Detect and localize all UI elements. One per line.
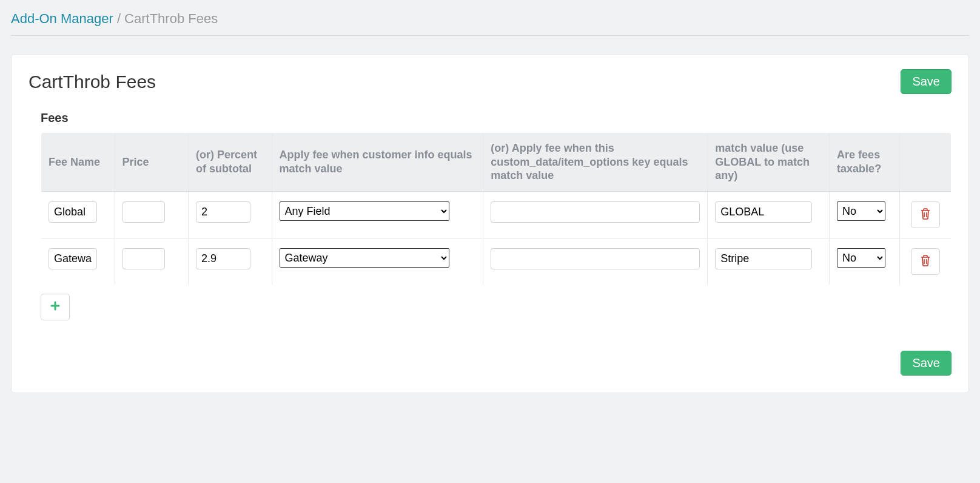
taxable-select[interactable]: No [837,201,885,221]
col-header-percent: (or) Percent of subtotal [189,133,272,192]
table-row: Gateway No [41,238,951,285]
col-header-apply: Apply fee when customer info equals matc… [272,133,483,192]
apply-field-select[interactable]: Any Field [280,201,449,221]
taxable-select[interactable]: No [837,248,885,268]
settings-panel: CartThrob Fees Save Fees Fee Name Price … [11,54,969,393]
col-header-price: Price [115,133,189,192]
col-header-delete [900,133,951,192]
breadcrumb-parent-link[interactable]: Add-On Manager [11,11,113,26]
delete-row-button[interactable] [911,201,940,228]
table-row: Any Field No [41,191,951,238]
delete-row-button[interactable] [911,248,940,275]
fee-price-input[interactable] [122,201,165,223]
match-value-input[interactable] [715,248,812,269]
col-header-fee-name: Fee Name [41,133,115,192]
add-row-button[interactable] [41,294,70,320]
col-header-match: match value (use GLOBAL to match any) [708,133,830,192]
match-value-input[interactable] [715,201,812,223]
fee-name-input[interactable] [49,201,97,223]
footer-actions: Save [29,351,951,376]
apply-field-select[interactable]: Gateway [280,248,449,268]
custom-key-input[interactable] [491,248,700,269]
save-button[interactable]: Save [901,351,951,376]
fee-price-input[interactable] [122,248,165,269]
panel-header: CartThrob Fees Save [29,69,951,94]
page-title: CartThrob Fees [29,72,156,92]
breadcrumb: Add-On Manager / CartThrob Fees [11,11,969,36]
save-button[interactable]: Save [901,69,951,94]
fee-percent-input[interactable] [196,248,250,269]
trash-icon [920,208,931,221]
fees-table: Fee Name Price (or) Percent of subtotal … [41,132,951,285]
fee-name-input[interactable] [49,248,97,269]
col-header-key: (or) Apply fee when this custom_data/ite… [483,133,708,192]
plus-icon [50,301,60,312]
trash-icon [920,254,931,268]
breadcrumb-separator: / [113,11,124,26]
breadcrumb-current: CartThrob Fees [124,11,218,26]
fees-section-label: Fees [41,111,951,125]
custom-key-input[interactable] [491,201,700,223]
fee-percent-input[interactable] [196,201,250,223]
col-header-tax: Are fees taxable? [830,133,900,192]
